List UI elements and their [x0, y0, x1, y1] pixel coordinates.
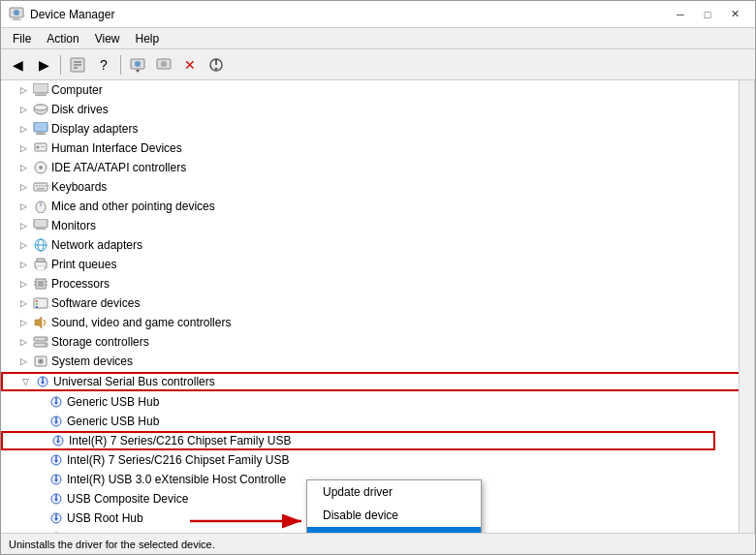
ctx-disable-device[interactable]: Disable device [307, 504, 481, 527]
expand-icon: ▷ [16, 335, 30, 349]
svg-marker-10 [136, 70, 140, 73]
menu-action[interactable]: Action [39, 30, 86, 47]
scrollbar[interactable] [739, 80, 754, 533]
svg-point-3 [14, 10, 19, 15]
ctx-update-driver[interactable]: Update driver [307, 480, 481, 504]
menu-help[interactable]: Help [128, 30, 168, 47]
generic-usb-2-label: Generic USB Hub [67, 415, 159, 428]
expand-icon: ▷ [16, 238, 30, 252]
keyboards-label: Keyboards [51, 180, 107, 194]
monitors-icon [33, 218, 48, 233]
help-button[interactable]: ? [91, 52, 116, 77]
maximize-button[interactable]: □ [695, 5, 720, 24]
svg-rect-32 [39, 185, 41, 187]
update-driver-button[interactable] [125, 52, 150, 77]
svg-rect-26 [41, 146, 45, 147]
svg-rect-35 [37, 188, 45, 190]
forward-button[interactable]: ▶ [31, 52, 56, 77]
tree-item-intel-usb-1[interactable]: ▷ Intel(R) 7 Series/C216 Chipset Family … [1, 431, 715, 450]
svg-rect-31 [36, 185, 38, 187]
disk-icon [33, 102, 48, 117]
svg-rect-40 [38, 228, 44, 229]
intel-usb-2-label: Intel(R) 7 Series/C216 Chipset Family US… [67, 453, 289, 467]
svg-rect-18 [35, 95, 47, 97]
tree-item-sound[interactable]: ▷ Sound, video and game controllers [1, 313, 754, 332]
ctx-uninstall-device[interactable]: Uninstall device [307, 527, 481, 533]
usb-composite-label: USB Composite Device [67, 492, 188, 506]
back-button[interactable]: ◀ [5, 52, 30, 77]
computer-label: Computer [51, 83, 103, 97]
svg-point-29 [40, 167, 42, 169]
expand-icon: ▷ [16, 122, 30, 136]
svg-point-65 [40, 360, 42, 362]
tree-item-ide[interactable]: ▷ IDE ATA/ATAPI controllers [1, 158, 754, 177]
usb-label: Universal Serial Bus controllers [53, 375, 215, 388]
menu-file[interactable]: File [5, 30, 39, 47]
disk-drives-label: Disk drives [51, 103, 109, 116]
keyboard-icon [33, 179, 48, 195]
uninstall-button[interactable]: ✕ [177, 52, 203, 77]
expand-icon: ▷ [16, 161, 30, 174]
window-title: Device Manager [30, 8, 668, 21]
status-text: Uninstalls the driver for the selected d… [9, 539, 215, 550]
tree-item-intel-usb-2[interactable]: ▷ Intel(R) 7 Series/C216 Chipset Family … [1, 450, 754, 470]
usb-small-icon [48, 414, 64, 429]
tree-item-generic-usb-2[interactable]: ▷ Generic USB Hub [1, 412, 754, 431]
usb-small-icon [48, 530, 64, 533]
close-button[interactable]: ✕ [722, 5, 747, 24]
usb-tree-item-container: ▽ Universal Serial Bus controllers [1, 372, 754, 391]
mice-label: Mice and other pointing devices [51, 200, 215, 213]
sound-label: Sound, video and game controllers [51, 316, 231, 329]
computer-icon [33, 82, 48, 98]
title-bar: Device Manager ─ □ ✕ [1, 1, 755, 28]
tree-item-display-adapters[interactable]: ▷ Display adapters [1, 119, 754, 139]
expand-icon: ▷ [16, 219, 30, 232]
svg-rect-1 [14, 17, 19, 19]
svg-point-56 [36, 303, 38, 305]
svg-rect-34 [45, 185, 47, 187]
svg-point-61 [45, 338, 47, 340]
tree-item-storage[interactable]: ▷ Storage controllers [1, 332, 754, 352]
tree-item-usb[interactable]: ▽ Universal Serial Bus controllers [1, 372, 750, 391]
svg-rect-21 [34, 122, 47, 132]
tree-item-processors[interactable]: ▷ Processors [1, 274, 754, 293]
system-icon [33, 354, 48, 369]
tree-item-hid[interactable]: ▷ Human Interface Devices [1, 139, 754, 158]
tree-item-computer[interactable]: ▷ Computer [1, 80, 754, 100]
tree-item-software[interactable]: ▷ Software devices [1, 293, 754, 313]
svg-rect-30 [34, 183, 47, 191]
svg-rect-22 [38, 132, 44, 134]
tree-item-generic-usb-1[interactable]: ▷ Generic USB Hub [1, 392, 754, 412]
svg-point-55 [36, 300, 38, 302]
tree-item-system[interactable]: ▷ System devices [1, 352, 754, 371]
svg-point-57 [36, 306, 38, 308]
device-tree[interactable]: ▷ Computer ▷ Disk drives ▷ Di [1, 80, 755, 533]
ide-label: IDE ATA/ATAPI controllers [51, 161, 186, 174]
software-icon [33, 295, 48, 311]
expand-icon: ▷ [16, 180, 30, 194]
expand-icon: ▷ [16, 141, 30, 155]
svg-rect-16 [33, 83, 48, 93]
usb-icon [35, 374, 50, 389]
svg-rect-54 [34, 298, 47, 308]
hid-icon [33, 140, 48, 156]
menu-view[interactable]: View [87, 30, 128, 47]
window-controls: ─ □ ✕ [668, 5, 747, 24]
tree-item-disk-drives[interactable]: ▷ Disk drives [1, 100, 754, 119]
print-icon [33, 257, 48, 272]
expand-icon: ▷ [16, 296, 30, 310]
mice-icon [33, 199, 48, 214]
tree-item-network[interactable]: ▷ Network adapters [1, 235, 754, 255]
minimize-button[interactable]: ─ [668, 5, 693, 24]
tree-item-print[interactable]: ▷ Print queues [1, 255, 754, 274]
intel-usb-1-container: ▷ Intel(R) 7 Series/C216 Chipset Family … [1, 431, 754, 450]
print-label: Print queues [51, 258, 116, 271]
scan-hardware-button[interactable] [204, 52, 229, 77]
tree-item-keyboards[interactable]: ▷ Keyboards [1, 177, 754, 197]
tree-item-monitors[interactable]: ▷ Monitors [1, 216, 754, 235]
expand-icon: ▷ [16, 200, 30, 213]
properties-button[interactable] [65, 52, 90, 77]
monitors-label: Monitors [51, 219, 96, 232]
disable-device-button[interactable] [151, 52, 176, 77]
tree-item-mice[interactable]: ▷ Mice and other pointing devices [1, 197, 754, 216]
